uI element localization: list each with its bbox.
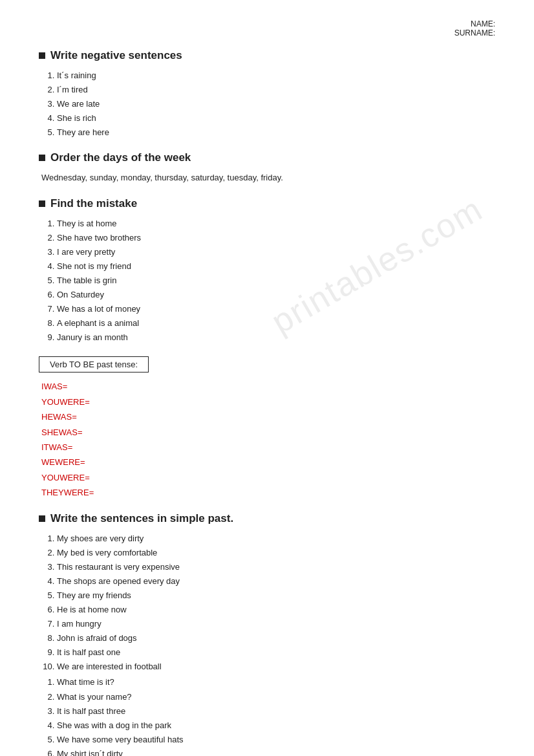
bullet-icon bbox=[39, 155, 45, 161]
list-item: She not is my friend bbox=[57, 259, 495, 274]
list-item: We have some very beautiful hats bbox=[57, 733, 495, 747]
list-item: We are interested in football bbox=[57, 660, 495, 674]
verb-conjugation-row: THEY WERE = bbox=[41, 485, 495, 500]
list-item: I´m tired bbox=[57, 83, 495, 97]
verb-conjugation-row: SHE WAS = bbox=[41, 425, 495, 440]
list-item: The shops are opened every day bbox=[57, 574, 495, 589]
list-item: I am hungry bbox=[57, 617, 495, 631]
verb-word: WAS bbox=[59, 425, 78, 440]
verb-conjugation-row: I WAS = bbox=[41, 379, 495, 394]
list-item: She is rich bbox=[57, 111, 495, 125]
verb-pronoun: IT bbox=[41, 440, 49, 455]
days-text: Wednesday, sunday, monday, thursday, sat… bbox=[41, 171, 495, 185]
list-item: My shirt isn´t dirty bbox=[57, 747, 495, 756]
find-mistake-list: They is at home She have two brothers I … bbox=[57, 217, 495, 345]
verb-pronoun: WE bbox=[41, 455, 55, 470]
list-item: She have two brothers bbox=[57, 231, 495, 245]
verb-word: WAS bbox=[53, 409, 72, 424]
list-item: A elephant is a animal bbox=[57, 316, 495, 330]
verb-conjugation-row: YOU WERE = bbox=[41, 470, 495, 485]
verb-pronoun: THEY bbox=[41, 485, 64, 500]
list-item: It is half past one bbox=[57, 645, 495, 660]
section-find-mistake: Find the mistake They is at home She hav… bbox=[39, 197, 495, 345]
verb-box: Verb TO BE past tense: bbox=[39, 356, 149, 373]
name-label: NAME: bbox=[39, 19, 495, 28]
list-item: I are very pretty bbox=[57, 245, 495, 259]
list-item: They are my friends bbox=[57, 589, 495, 603]
verb-equals: = bbox=[68, 440, 73, 455]
list-item: Janury is an month bbox=[57, 330, 495, 345]
list-item: We has a lot of money bbox=[57, 302, 495, 316]
section-days-of-week: Order the days of the week Wednesday, su… bbox=[39, 151, 495, 185]
verb-conjugation-row: IT WAS = bbox=[41, 440, 495, 455]
list-item: My bed is very comfortable bbox=[57, 546, 495, 560]
verb-conjugation-row: HE WAS = bbox=[41, 409, 495, 424]
simple-past-list-b: What time is it?What is your name?It is … bbox=[57, 675, 495, 756]
list-item: It´s raining bbox=[57, 69, 495, 83]
verb-equals: = bbox=[80, 455, 85, 470]
section-verb-to-be: Verb TO BE past tense: I WAS =YOU WERE =… bbox=[39, 356, 495, 500]
verb-word: WAS bbox=[44, 379, 63, 394]
header: NAME: SURNAME: bbox=[39, 19, 495, 38]
list-item: What time is it? bbox=[57, 675, 495, 689]
list-item: My shoes are very dirty bbox=[57, 532, 495, 546]
list-item: The table is grin bbox=[57, 274, 495, 288]
section-simple-past: Write the sentences in simple past. My s… bbox=[39, 512, 495, 756]
verb-pronoun: YOU bbox=[41, 394, 59, 409]
verb-word: WERE bbox=[59, 470, 85, 485]
verb-equals: = bbox=[78, 425, 83, 440]
section-negative-sentences: Write negative sentences It´s raining I´… bbox=[39, 49, 495, 140]
verb-equals: = bbox=[85, 394, 90, 409]
verb-conjugation-table: I WAS =YOU WERE =HE WAS =SHE WAS =IT WAS… bbox=[41, 379, 495, 500]
section2-title: Order the days of the week bbox=[39, 151, 495, 164]
surname-label: SURNAME: bbox=[39, 28, 495, 38]
verb-conjugation-row: WE WERE = bbox=[41, 455, 495, 470]
list-item: They are here bbox=[57, 125, 495, 140]
verb-equals: = bbox=[63, 379, 68, 394]
list-item: We are late bbox=[57, 97, 495, 111]
verb-word: WAS bbox=[49, 440, 68, 455]
verb-box-label: Verb TO BE past tense: bbox=[50, 360, 138, 369]
section1-title: Write negative sentences bbox=[39, 49, 495, 62]
verb-word: WERE bbox=[64, 485, 89, 500]
list-item: They is at home bbox=[57, 217, 495, 231]
bullet-icon bbox=[39, 200, 45, 207]
bullet-icon bbox=[39, 515, 45, 522]
verb-conjugation-row: YOU WERE = bbox=[41, 394, 495, 409]
simple-past-list-a: My shoes are very dirtyMy bed is very co… bbox=[57, 532, 495, 675]
list-item: What is your name? bbox=[57, 690, 495, 704]
verb-word: WERE bbox=[59, 394, 85, 409]
list-item: She was with a dog in the park bbox=[57, 718, 495, 733]
section4-title: Write the sentences in simple past. bbox=[39, 512, 495, 525]
list-item: On Saturdey bbox=[57, 288, 495, 302]
verb-equals: = bbox=[72, 409, 77, 424]
list-item: This restaurant is very expensive bbox=[57, 560, 495, 574]
verb-pronoun: HE bbox=[41, 409, 53, 424]
bullet-icon bbox=[39, 52, 45, 59]
negative-sentences-list: It´s raining I´m tired We are late She i… bbox=[57, 69, 495, 140]
verb-pronoun: YOU bbox=[41, 470, 59, 485]
verb-pronoun: SHE bbox=[41, 425, 59, 440]
list-item: John is afraid of dogs bbox=[57, 631, 495, 645]
section3-title: Find the mistake bbox=[39, 197, 495, 210]
list-item: It is half past three bbox=[57, 704, 495, 718]
verb-equals: = bbox=[89, 485, 94, 500]
list-item: He is at home now bbox=[57, 603, 495, 617]
verb-word: WERE bbox=[55, 455, 80, 470]
verb-equals: = bbox=[85, 470, 90, 485]
